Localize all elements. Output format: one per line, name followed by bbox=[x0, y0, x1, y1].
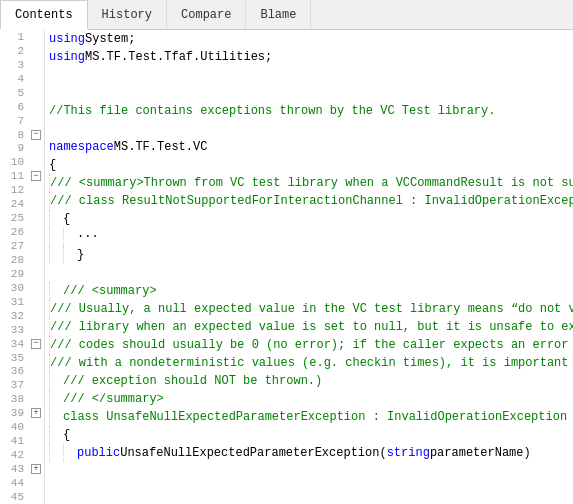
line-row: 31 bbox=[0, 295, 44, 309]
line-number: 9 bbox=[0, 142, 28, 154]
tab-contents[interactable]: Contents bbox=[0, 0, 88, 30]
token: namespace bbox=[49, 140, 114, 154]
line-number: 27 bbox=[0, 240, 28, 252]
indent-guide bbox=[49, 444, 63, 462]
line-row: 30 bbox=[0, 281, 44, 295]
line-number: 1 bbox=[0, 31, 28, 43]
line-row: 6 bbox=[0, 100, 44, 114]
code-line bbox=[45, 480, 573, 498]
code-line bbox=[45, 462, 573, 480]
line-number: 39 bbox=[0, 407, 28, 419]
line-row: 5 bbox=[0, 86, 44, 100]
line-row: 27 bbox=[0, 239, 44, 253]
token: /// Usually, a null expected value in th… bbox=[50, 302, 573, 316]
indent-guide bbox=[63, 228, 77, 246]
code-line: { bbox=[45, 210, 573, 228]
token: parameterName) bbox=[430, 446, 531, 460]
line-row: 2 bbox=[0, 44, 44, 58]
line-row: 34− bbox=[0, 337, 44, 351]
token: System; bbox=[85, 32, 135, 46]
line-number: 31 bbox=[0, 296, 28, 308]
line-number: 41 bbox=[0, 435, 28, 447]
code-line bbox=[45, 84, 573, 102]
line-number: 5 bbox=[0, 87, 28, 99]
token: UnsafeNullExpectedParameterException( bbox=[120, 446, 386, 460]
line-row: 12 bbox=[0, 183, 44, 197]
token: //This file contains exceptions thrown b… bbox=[49, 104, 495, 118]
code-container: 12345678−91011−122425262728293031323334−… bbox=[0, 30, 573, 504]
expand-button[interactable]: + bbox=[31, 408, 41, 418]
line-number: 34 bbox=[0, 338, 28, 350]
code-line bbox=[45, 66, 573, 84]
token: /// <summary> bbox=[63, 284, 157, 298]
token: /// class ResultNotSupportedForInteracti… bbox=[50, 194, 573, 208]
line-row: 38 bbox=[0, 392, 44, 406]
line-number: 30 bbox=[0, 282, 28, 294]
line-number: 8 bbox=[0, 129, 28, 141]
token: using bbox=[49, 32, 85, 46]
indent-guide bbox=[63, 246, 77, 264]
token: /// codes should usually be 0 (no error)… bbox=[50, 338, 573, 352]
code-line: ··· bbox=[45, 228, 573, 246]
token: /// </summary> bbox=[63, 392, 164, 406]
code-line: //This file contains exceptions thrown b… bbox=[45, 102, 573, 120]
token: { bbox=[63, 428, 70, 442]
code-line: /// exception should NOT be thrown.) bbox=[45, 372, 573, 390]
line-number: 38 bbox=[0, 393, 28, 405]
line-number: 44 bbox=[0, 477, 28, 489]
token: { bbox=[49, 158, 56, 172]
token: /// <summary>Thrown from VC test library… bbox=[50, 176, 573, 190]
code-line bbox=[45, 120, 573, 138]
code-line: using MS.TF.Test.Tfaf.Utilities; bbox=[45, 48, 573, 66]
line-number: 2 bbox=[0, 45, 28, 57]
line-row: 36 bbox=[0, 365, 44, 379]
code-line: namespace MS.TF.Test.VC bbox=[45, 138, 573, 156]
line-row: 10 bbox=[0, 155, 44, 169]
code-line: } bbox=[45, 246, 573, 264]
collapse-button[interactable]: − bbox=[31, 171, 41, 181]
line-number: 11 bbox=[0, 170, 28, 182]
expand-button[interactable]: + bbox=[31, 464, 41, 474]
line-row: 24 bbox=[0, 197, 44, 211]
line-number: 3 bbox=[0, 59, 28, 71]
collapse-button[interactable]: − bbox=[31, 130, 41, 140]
app-window: Contents History Compare Blame 12345678−… bbox=[0, 0, 573, 504]
code-line: /// <summary> bbox=[45, 282, 573, 300]
line-number: 35 bbox=[0, 352, 28, 364]
line-row: 26 bbox=[0, 225, 44, 239]
line-row: 11− bbox=[0, 169, 44, 183]
line-number: 45 bbox=[0, 491, 28, 503]
token: { bbox=[63, 212, 70, 226]
collapse-button[interactable]: − bbox=[31, 339, 41, 349]
indent-guide bbox=[49, 390, 63, 408]
line-number: 24 bbox=[0, 198, 28, 210]
tab-blame[interactable]: Blame bbox=[246, 0, 311, 29]
code-line bbox=[45, 498, 573, 504]
indent-guide bbox=[49, 246, 63, 264]
line-row: 40 bbox=[0, 420, 44, 434]
token: ··· bbox=[77, 230, 99, 244]
token: /// exception should NOT be thrown.) bbox=[63, 374, 322, 388]
line-number: 26 bbox=[0, 226, 28, 238]
line-number: 6 bbox=[0, 101, 28, 113]
collapse-gutter: − bbox=[28, 130, 44, 140]
line-number: 42 bbox=[0, 449, 28, 461]
line-number: 37 bbox=[0, 379, 28, 391]
line-row: 43+ bbox=[0, 462, 44, 476]
code-line: /// Usually, a null expected value in th… bbox=[45, 300, 573, 318]
code-line: using System; bbox=[45, 30, 573, 48]
token: public bbox=[77, 446, 120, 460]
indent-guide bbox=[49, 372, 63, 390]
tab-history[interactable]: History bbox=[88, 0, 167, 29]
tab-bar: Contents History Compare Blame bbox=[0, 0, 573, 30]
line-row: 45 bbox=[0, 490, 44, 504]
code-line: /// </summary> bbox=[45, 390, 573, 408]
tab-compare[interactable]: Compare bbox=[167, 0, 246, 29]
token: string bbox=[387, 446, 430, 460]
line-row: 32 bbox=[0, 309, 44, 323]
code-line: /// library when an expected value is se… bbox=[45, 318, 573, 336]
line-row: 1 bbox=[0, 30, 44, 44]
line-row: 39+ bbox=[0, 406, 44, 420]
code-area: using System;using MS.TF.Test.Tfaf.Utili… bbox=[45, 30, 573, 504]
line-number: 28 bbox=[0, 254, 28, 266]
